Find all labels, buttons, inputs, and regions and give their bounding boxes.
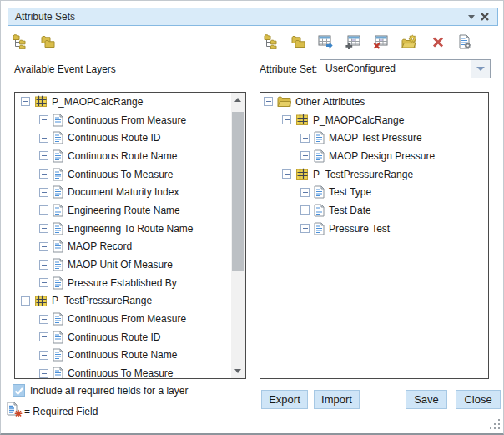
- field-doc-icon: [53, 367, 63, 378]
- collapse-toggle[interactable]: [39, 351, 48, 360]
- save-button[interactable]: Save: [406, 390, 447, 409]
- layer-tree-icon[interactable]: [264, 34, 279, 49]
- tree-item[interactable]: MAOP Design Pressure: [260, 147, 488, 165]
- collapse-toggle[interactable]: [300, 205, 310, 215]
- tree-item[interactable]: Continuous From Measure: [15, 310, 231, 328]
- table-export-icon[interactable]: [318, 34, 333, 49]
- tree-item[interactable]: Other Attributes: [260, 93, 488, 111]
- tree-item-label[interactable]: MAOP Record: [68, 240, 132, 252]
- tree-item-label[interactable]: Engineering To Route Name: [68, 223, 194, 235]
- tree-item[interactable]: P_MAOPCalcRange: [15, 93, 231, 111]
- export-button[interactable]: Export: [261, 390, 308, 409]
- tree-item-label[interactable]: Test Type: [329, 186, 371, 198]
- scroll-up-icon[interactable]: [234, 98, 241, 102]
- tree-item-label[interactable]: Pressure Test: [329, 223, 390, 235]
- folder-new-icon[interactable]: [401, 34, 416, 49]
- tree-item-label[interactable]: Continuous Route ID: [68, 132, 160, 144]
- tree-item-label[interactable]: P_MAOPCalcRange: [313, 114, 404, 126]
- scroll-down-icon[interactable]: [234, 369, 241, 373]
- collapse-toggle[interactable]: [21, 296, 30, 306]
- tree-item[interactable]: Document Maturity Index: [15, 183, 231, 201]
- tree-item[interactable]: Engineering Route Name: [15, 201, 231, 220]
- collapse-toggle[interactable]: [39, 169, 48, 179]
- tree-item-label[interactable]: Test Date: [329, 205, 371, 216]
- tree-item-label[interactable]: MAOP Test Pressure: [329, 132, 422, 144]
- tree-item-label[interactable]: Continuous To Measure: [68, 169, 174, 180]
- tree-item-label[interactable]: Continuous From Measure: [68, 313, 186, 325]
- tree-item[interactable]: Continuous To Measure: [15, 364, 231, 378]
- collapse-toggle[interactable]: [39, 332, 48, 341]
- resize-grip[interactable]: [490, 419, 501, 430]
- tree-item-label[interactable]: Other Attributes: [295, 96, 365, 108]
- tree-item-label[interactable]: Continuous From Measure: [68, 114, 186, 126]
- tree-item[interactable]: Continuous From Measure: [15, 111, 231, 129]
- collapse-toggle[interactable]: [39, 224, 48, 233]
- tree-item[interactable]: MAOP Unit Of Measure: [15, 255, 231, 274]
- tree-item[interactable]: Continuous To Measure: [15, 165, 231, 184]
- close-button[interactable]: Close: [456, 390, 501, 409]
- tree-item[interactable]: Test Type: [260, 183, 488, 201]
- tree-item-label[interactable]: P_MAOPCalcRange: [52, 96, 143, 108]
- tree-item[interactable]: Continuous Route ID: [15, 328, 231, 346]
- close-icon[interactable]: [479, 11, 491, 23]
- tree-item-label[interactable]: Pressure Established By: [68, 277, 177, 289]
- collapse-toggle[interactable]: [39, 315, 48, 324]
- tree-item[interactable]: P_MAOPCalcRange: [260, 111, 488, 129]
- collapse-toggle[interactable]: [282, 169, 291, 179]
- scrollbar-thumb[interactable]: [232, 112, 244, 271]
- tree-item-label[interactable]: Document Maturity Index: [68, 186, 179, 198]
- combobox-dropdown-button[interactable]: [471, 60, 490, 78]
- attribute-set-combobox[interactable]: UserConfigured: [320, 59, 491, 78]
- tree-item[interactable]: MAOP Record: [15, 238, 231, 256]
- collapse-toggle[interactable]: [39, 188, 48, 197]
- collapse-toggle[interactable]: [282, 115, 291, 124]
- collapse-toggle[interactable]: [39, 205, 48, 215]
- collapse-toggle[interactable]: [21, 97, 30, 106]
- collapse-toggle[interactable]: [39, 369, 48, 378]
- tree-item[interactable]: MAOP Test Pressure: [260, 129, 488, 147]
- tree-item-label[interactable]: MAOP Design Pressure: [329, 150, 435, 162]
- tree-item-label[interactable]: Continuous Route Name: [68, 150, 177, 162]
- folders-icon[interactable]: [290, 34, 305, 49]
- tree-item[interactable]: Continuous Route Name: [15, 346, 231, 365]
- include-required-fields-checkbox[interactable]: [13, 384, 25, 397]
- tree-item-label[interactable]: Continuous To Measure: [68, 367, 174, 378]
- titlebar[interactable]: Attribute Sets: [8, 8, 498, 26]
- tree-item-label[interactable]: Engineering Route Name: [68, 205, 180, 216]
- folders-icon[interactable]: [40, 34, 55, 49]
- doc-settings-icon[interactable]: [457, 34, 472, 49]
- tree-item[interactable]: P_TestPressureRange: [15, 292, 231, 311]
- left-panel-scrollbar[interactable]: [231, 93, 245, 378]
- tree-item[interactable]: P_TestPressureRange: [260, 165, 488, 184]
- tree-item-label[interactable]: P_TestPressureRange: [313, 169, 413, 180]
- tree-item[interactable]: Test Date: [260, 201, 488, 220]
- collapse-toggle[interactable]: [39, 278, 48, 287]
- available-event-layers-label: Available Event Layers: [14, 63, 116, 75]
- tree-item[interactable]: Engineering To Route Name: [15, 220, 231, 238]
- chevron-down-icon[interactable]: [468, 15, 475, 19]
- tree-item-label[interactable]: P_TestPressureRange: [52, 295, 152, 306]
- collapse-toggle[interactable]: [39, 260, 48, 270]
- field-doc-icon: [53, 240, 63, 253]
- table-delete-icon[interactable]: [373, 34, 388, 49]
- tree-item[interactable]: Continuous Route ID: [15, 129, 231, 147]
- tree-item-label[interactable]: MAOP Unit Of Measure: [68, 259, 173, 271]
- collapse-toggle[interactable]: [300, 151, 310, 160]
- table-add-icon[interactable]: [345, 34, 360, 49]
- tree-item[interactable]: Continuous Route Name: [15, 147, 231, 165]
- collapse-toggle[interactable]: [39, 242, 48, 251]
- import-button[interactable]: Import: [314, 390, 360, 409]
- collapse-toggle[interactable]: [39, 115, 48, 124]
- collapse-toggle[interactable]: [39, 151, 48, 160]
- layer-tree-icon[interactable]: [13, 34, 28, 49]
- collapse-toggle[interactable]: [300, 224, 310, 233]
- tree-item-label[interactable]: Continuous Route ID: [68, 331, 160, 343]
- collapse-toggle[interactable]: [264, 97, 273, 106]
- delete-x-icon[interactable]: [431, 34, 446, 49]
- collapse-toggle[interactable]: [300, 188, 310, 197]
- tree-item[interactable]: Pressure Established By: [15, 274, 231, 292]
- tree-item[interactable]: Pressure Test: [260, 220, 488, 238]
- collapse-toggle[interactable]: [39, 134, 48, 143]
- tree-item-label[interactable]: Continuous Route Name: [68, 349, 177, 361]
- collapse-toggle[interactable]: [300, 134, 310, 143]
